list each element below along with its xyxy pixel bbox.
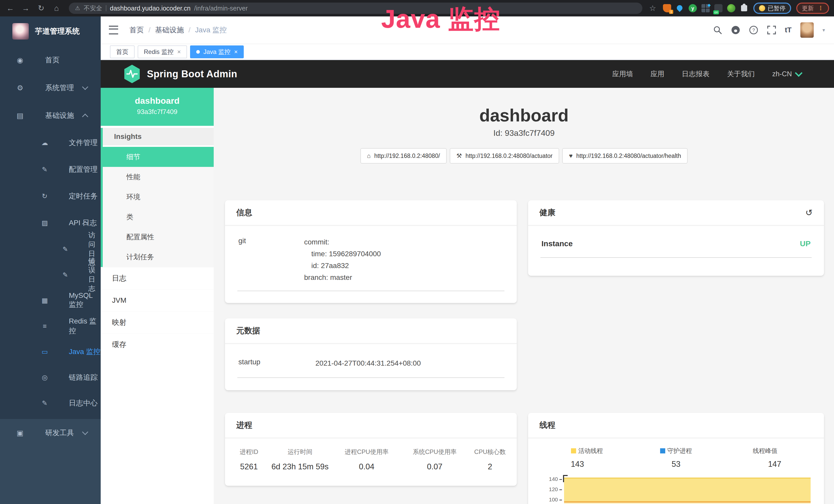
close-icon[interactable]: × (234, 48, 238, 55)
sba-nav: 应用墙 应用 日志报表 关于我们 zh-CN (612, 69, 834, 78)
service-url-button[interactable]: ⌂ http://192.168.0.2:48080/ (360, 148, 447, 164)
sba-nav-wallboard[interactable]: 应用墙 (612, 69, 633, 78)
green-v-extension-icon[interactable]: y (688, 4, 697, 12)
sba-brand[interactable]: Spring Boot Admin (123, 64, 237, 84)
fullscreen-icon[interactable] (767, 25, 776, 35)
tab-java-monitor[interactable]: Java 监控 × (190, 45, 244, 58)
threads-legend: 活动线程 守护进程 线程峰值 (528, 438, 824, 455)
history-icon[interactable]: ↺ (806, 200, 813, 225)
browser-forward-icon[interactable]: → (21, 0, 31, 17)
sidebar-item-label: 文件管理 (69, 138, 97, 147)
gear-icon: ⚙ (16, 84, 25, 92)
app-title: 芋道管理系统 (35, 26, 80, 37)
live-threads-value: 143 (528, 460, 627, 469)
browser-home-icon[interactable]: ⌂ (51, 0, 62, 17)
close-icon[interactable]: × (177, 48, 181, 55)
sba-item-jvm[interactable]: JVM (101, 289, 214, 311)
browser-update-button[interactable]: 更新 ⋮ (796, 3, 829, 14)
actuator-url-button[interactable]: ⚒ http://192.168.0.2:48080/actuator (450, 148, 559, 164)
sba-locale-select[interactable]: zh-CN (772, 70, 802, 78)
edit-icon: ✎ (61, 271, 70, 279)
sidebar-item-label: Java 监控 (69, 347, 101, 357)
process-card-header: 进程 (225, 413, 517, 438)
health-instance-row: Instance UP (541, 226, 812, 258)
sidebar-item-error-logs[interactable]: ✎ 错误日志 (0, 262, 101, 288)
tab-redis-monitor[interactable]: Redis 监控 × (138, 45, 187, 58)
grid-extension-icon[interactable]: ◆ (701, 4, 710, 12)
sidebar-item-scheduled-jobs[interactable]: ↻ 定时任务 (0, 183, 101, 209)
browser-reload-icon[interactable]: ↻ (36, 0, 46, 17)
insights-section-label: Insights (103, 128, 214, 145)
puzzle-extensions-icon[interactable] (740, 4, 748, 12)
sba-item-scheduled-tasks[interactable]: 计划任务 (103, 247, 214, 267)
sidebar-item-file-management[interactable]: ☁ 文件管理 (0, 130, 101, 156)
sidebar-item-mysql-monitor[interactable]: ▦ MySQL 监控 (0, 288, 101, 313)
help-icon[interactable]: ? (749, 25, 758, 35)
daemon-threads-value: 53 (627, 460, 725, 469)
sidebar-item-home[interactable]: ◉ 首页 (0, 46, 101, 74)
breadcrumb-separator: / (149, 26, 151, 34)
sidebar-item-label: 首页 (45, 55, 60, 65)
sba-item-config-props[interactable]: 配置属性 (103, 227, 214, 247)
sba-nav-about[interactable]: 关于我们 (727, 69, 755, 78)
avatar-caret-down-icon[interactable]: ▾ (822, 27, 825, 33)
avatar[interactable] (800, 22, 814, 38)
hamburger-menu-icon[interactable] (109, 26, 118, 35)
sidebar-item-log-center[interactable]: ✎ 日志中心 (0, 390, 101, 416)
chevron-down-icon (82, 84, 88, 90)
health-url-button[interactable]: ♥ http://192.168.0.2:48080/actuator/heal… (562, 148, 687, 164)
y-tick-140: 140 (543, 476, 558, 482)
sidebar-item-config-management[interactable]: ✎ 配置管理 (0, 156, 101, 183)
sidebar-item-access-logs[interactable]: ✎ 访问日志 (0, 236, 101, 262)
breadcrumb-home[interactable]: 首页 (129, 25, 144, 35)
sidebar-item-redis-monitor[interactable]: ≡ Redis 监控 (0, 313, 101, 339)
switch-extension-icon[interactable]: on (714, 4, 723, 12)
sba-item-metrics[interactable]: 性能 (103, 167, 214, 187)
sba-item-details[interactable]: 细节 (103, 147, 214, 167)
peak-threads-value: 147 (725, 460, 824, 469)
sidebar-item-system-management[interactable]: ⚙ 系统管理 (0, 74, 101, 102)
git-branch-line: branch: master (304, 272, 381, 283)
threads-legend-values: 143 53 147 (528, 460, 824, 469)
sidebar-item-tracing[interactable]: ◎ 链路追踪 (0, 365, 101, 390)
sba-details-page: dashboard Id: 93a3fc7f7409 ⌂ http://192.… (214, 88, 834, 504)
tick-mark (559, 479, 562, 480)
sba-item-caches[interactable]: 缓存 (101, 333, 214, 356)
card-title: 元数据 (236, 318, 260, 343)
monitor-icon: ▤ (16, 111, 25, 120)
bookmark-star-icon[interactable]: ☆ (648, 0, 658, 17)
java-monitor-annotation: Java 监控 (381, 2, 500, 37)
pin-extension-icon[interactable] (676, 4, 684, 12)
cpu-cores-value: 2 (467, 462, 513, 472)
health-card-header: 健康 ↺ (528, 200, 824, 226)
sidebar-item-label: 日志中心 (69, 398, 97, 408)
sidebar-item-java-monitor[interactable]: ▭ Java 监控 (0, 339, 101, 365)
shield-extension-icon[interactable]: 1 (663, 4, 671, 12)
security-label[interactable]: 不安全 (84, 4, 102, 12)
info-card: 信息 git commit: time: 1596289704000 id: 2… (225, 200, 517, 303)
text-size-icon[interactable]: tT (785, 26, 792, 34)
legend-label: 线程峰值 (753, 447, 777, 454)
leaf-extension-icon[interactable] (727, 4, 736, 12)
sba-nav-journal[interactable]: 日志报表 (682, 69, 709, 78)
breadcrumb-infrastructure[interactable]: 基础设施 (155, 25, 184, 35)
sidebar-item-api-logs[interactable]: ▨ API 日志 (0, 209, 101, 236)
app-logo[interactable]: 芋道管理系统 (0, 17, 101, 46)
sidebar-item-infrastructure[interactable]: ▤ 基础设施 (0, 102, 101, 130)
browser-back-icon[interactable]: ← (5, 0, 16, 17)
sba-nav-applications[interactable]: 应用 (650, 69, 664, 78)
sba-item-environment[interactable]: 环境 (103, 187, 214, 207)
tab-home[interactable]: 首页 (110, 45, 135, 58)
instance-name: dashboard (101, 94, 214, 107)
sba-item-logging[interactable]: 日志 (101, 267, 214, 289)
sidebar-item-dev-tools[interactable]: ▣ 研发工具 (0, 419, 101, 447)
sba-item-classes[interactable]: 类 (103, 207, 214, 227)
address-bar[interactable]: ⚠ 不安全 dashboard.yudao.iocoder.cn/infra/a… (69, 3, 642, 14)
emoji-face-icon (759, 5, 765, 11)
system-cpu-value: 0.07 (402, 462, 467, 472)
github-icon[interactable] (731, 25, 740, 35)
profile-paused-chip[interactable]: 已暂停 (753, 3, 791, 14)
search-icon[interactable] (713, 25, 722, 35)
sba-item-mappings[interactable]: 映射 (101, 311, 214, 333)
browser-menu-kebab-icon[interactable]: ⋮ (818, 5, 824, 12)
